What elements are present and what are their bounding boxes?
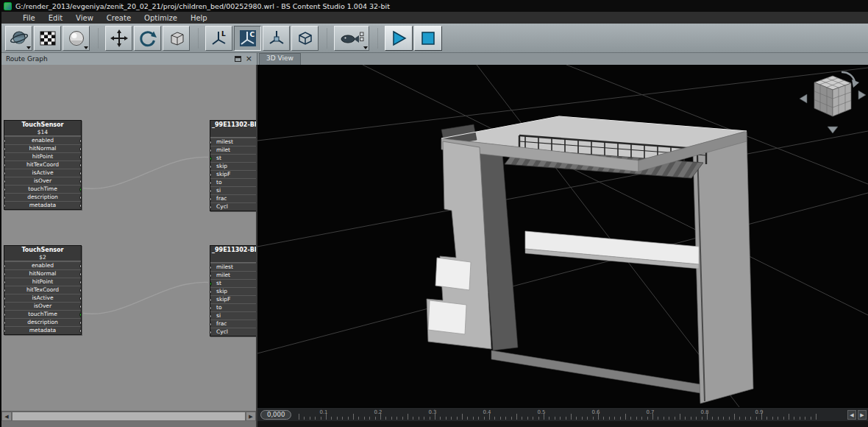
input-port[interactable] <box>4 296 6 301</box>
menu-item-view[interactable]: View <box>69 13 100 23</box>
graph-node[interactable]: TouchSensor$2enabledhitNormalhitPointhit… <box>4 245 82 335</box>
output-port[interactable] <box>79 296 81 301</box>
menu-item-create[interactable]: Create <box>100 13 138 23</box>
input-port[interactable] <box>210 140 212 145</box>
input-port[interactable] <box>210 273 212 278</box>
scroll-left-arrow-icon[interactable]: ◀ <box>1 412 12 421</box>
render-quality-button[interactable] <box>34 26 61 51</box>
scene-3d-canvas[interactable] <box>257 65 868 407</box>
input-port[interactable] <box>210 172 212 177</box>
input-port[interactable] <box>210 289 212 294</box>
graph-node[interactable]: _99E11302-BF48-11d2milestmiletstskipskip… <box>210 245 256 336</box>
dropdown-arrow-icon[interactable] <box>26 46 31 49</box>
input-port[interactable] <box>210 188 212 194</box>
rotate-tool-button[interactable] <box>134 26 161 51</box>
timeline-ruler[interactable]: 0.10.20.30.40.50.60.70.80.9 <box>257 408 847 421</box>
input-port[interactable] <box>210 314 212 319</box>
fish-tool-button[interactable] <box>334 26 369 51</box>
node-graph-canvas[interactable]: TouchSensor$14enabledhitNormalhitPointhi… <box>1 65 256 411</box>
output-port[interactable] <box>79 280 81 285</box>
scale-tool-button[interactable] <box>163 26 190 51</box>
input-port[interactable] <box>4 272 6 277</box>
tab-3d-view[interactable]: 3D View <box>259 53 301 65</box>
timeline-scroll-left-icon[interactable]: ◀ <box>847 410 856 420</box>
output-port[interactable] <box>79 312 81 317</box>
output-port[interactable] <box>79 320 81 325</box>
stop-button[interactable] <box>414 26 442 51</box>
input-port[interactable] <box>4 320 6 325</box>
timeline-tick <box>811 417 811 420</box>
timeline-tick <box>555 417 555 420</box>
input-port[interactable] <box>4 187 6 192</box>
input-port[interactable] <box>210 164 212 169</box>
output-port[interactable] <box>79 155 81 160</box>
input-port[interactable] <box>4 163 6 168</box>
bounding-box-button[interactable] <box>291 26 319 51</box>
output-port[interactable] <box>79 138 81 144</box>
output-port[interactable] <box>79 272 81 277</box>
input-port[interactable] <box>210 265 212 270</box>
input-port[interactable] <box>210 297 212 303</box>
local-axes-button[interactable]: L <box>205 26 232 51</box>
viewport-3d[interactable]: 0,000 0.10.20.30.40.50.60.70.80.9 ◀ ▶ <box>257 65 868 427</box>
input-port[interactable] <box>210 148 212 153</box>
input-port[interactable] <box>210 205 212 210</box>
input-port[interactable] <box>210 156 212 161</box>
input-port[interactable] <box>4 138 6 144</box>
timeline-tick <box>446 417 447 420</box>
node-field-to: to <box>210 303 256 311</box>
input-port[interactable] <box>4 195 6 200</box>
input-port[interactable] <box>4 171 6 176</box>
move-tool-button[interactable] <box>105 26 132 51</box>
output-port[interactable] <box>79 328 81 334</box>
output-port[interactable] <box>79 203 81 208</box>
graph-node[interactable]: _99E11302-BF48-11d2milestmiletstskipskip… <box>210 120 256 211</box>
input-port[interactable] <box>4 147 6 152</box>
menu-item-file[interactable]: File <box>16 13 42 23</box>
menu-item-help[interactable]: Help <box>184 13 214 23</box>
output-port[interactable] <box>79 163 81 168</box>
input-port[interactable] <box>210 197 212 202</box>
timeline-scroll-right-icon[interactable]: ▶ <box>858 410 867 420</box>
output-port[interactable] <box>79 195 81 200</box>
input-port[interactable] <box>4 264 6 269</box>
input-port[interactable] <box>4 280 6 285</box>
material-button[interactable] <box>63 26 90 51</box>
input-port[interactable] <box>4 179 6 184</box>
input-port[interactable] <box>4 203 6 208</box>
input-port[interactable] <box>210 322 212 327</box>
input-port[interactable] <box>210 330 212 335</box>
input-port[interactable] <box>210 281 212 286</box>
route-graph-hscrollbar[interactable]: ◀ ▶ <box>1 411 256 421</box>
close-panel-icon[interactable]: × <box>246 56 252 62</box>
input-port[interactable] <box>210 180 212 186</box>
output-port[interactable] <box>79 264 81 269</box>
scroll-right-arrow-icon[interactable]: ▶ <box>246 412 256 421</box>
output-port[interactable] <box>79 179 81 184</box>
timeline[interactable]: 0,000 0.10.20.30.40.50.60.70.80.9 ◀ ▶ <box>257 407 868 421</box>
camera-axes-button[interactable]: C <box>234 26 261 51</box>
menu-item-optimize[interactable]: Optimize <box>138 13 184 23</box>
input-port[interactable] <box>4 312 6 317</box>
node-field-metadata: metadata <box>4 326 81 334</box>
input-port[interactable] <box>4 288 6 293</box>
dock-panel-icon[interactable] <box>235 56 241 62</box>
scrollbar-thumb[interactable] <box>12 412 246 421</box>
menu-item-edit[interactable]: Edit <box>42 13 69 23</box>
output-port[interactable] <box>79 147 81 152</box>
input-port[interactable] <box>4 328 6 334</box>
node-field-hitTexCoord: hitTexCoord <box>4 160 81 169</box>
dropdown-arrow-icon[interactable] <box>363 46 368 49</box>
input-port[interactable] <box>210 306 212 311</box>
view-axes-button[interactable] <box>263 26 290 51</box>
graph-node[interactable]: TouchSensor$14enabledhitNormalhitPointhi… <box>4 120 82 210</box>
input-port[interactable] <box>4 304 6 309</box>
output-port[interactable] <box>79 171 81 176</box>
output-port[interactable] <box>79 288 81 293</box>
dropdown-arrow-icon[interactable] <box>84 46 88 49</box>
output-port[interactable] <box>79 187 81 192</box>
output-port[interactable] <box>79 304 81 309</box>
play-button[interactable] <box>385 26 413 51</box>
input-port[interactable] <box>4 155 6 160</box>
navigate-button[interactable] <box>5 26 32 51</box>
